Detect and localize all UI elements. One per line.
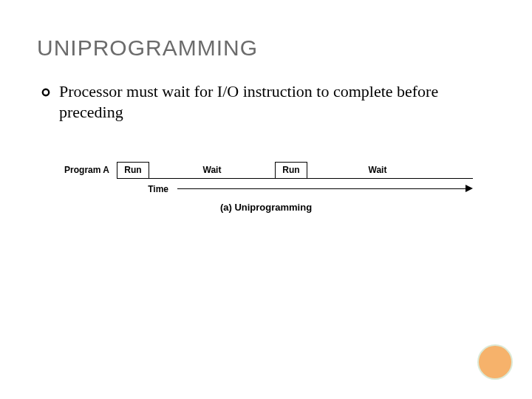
segment-run: Run	[275, 162, 307, 178]
svg-point-0	[43, 89, 49, 95]
uniprogramming-diagram: Program A RunWaitRunWait Time (a) Unipro…	[59, 160, 473, 213]
timeline-track: RunWaitRunWait	[117, 161, 473, 179]
slide-accent-dot	[477, 344, 513, 380]
page-title: UNIPROGRAMMING	[37, 35, 495, 61]
time-axis: Time	[59, 184, 473, 194]
time-label: Time	[59, 184, 177, 194]
bullet-item: Processor must wait for I/O instruction …	[37, 81, 495, 122]
segment-wait: Wait	[307, 162, 448, 178]
diagram-caption: (a) Uniprogramming	[59, 202, 473, 213]
segment-wait: Wait	[149, 162, 275, 178]
time-arrow-icon	[177, 185, 473, 193]
circle-bullet-icon	[41, 86, 50, 100]
program-label: Program A	[59, 165, 117, 175]
program-timeline: Program A RunWaitRunWait	[59, 160, 473, 180]
bullet-text: Processor must wait for I/O instruction …	[59, 81, 495, 122]
segment-run: Run	[117, 162, 149, 178]
